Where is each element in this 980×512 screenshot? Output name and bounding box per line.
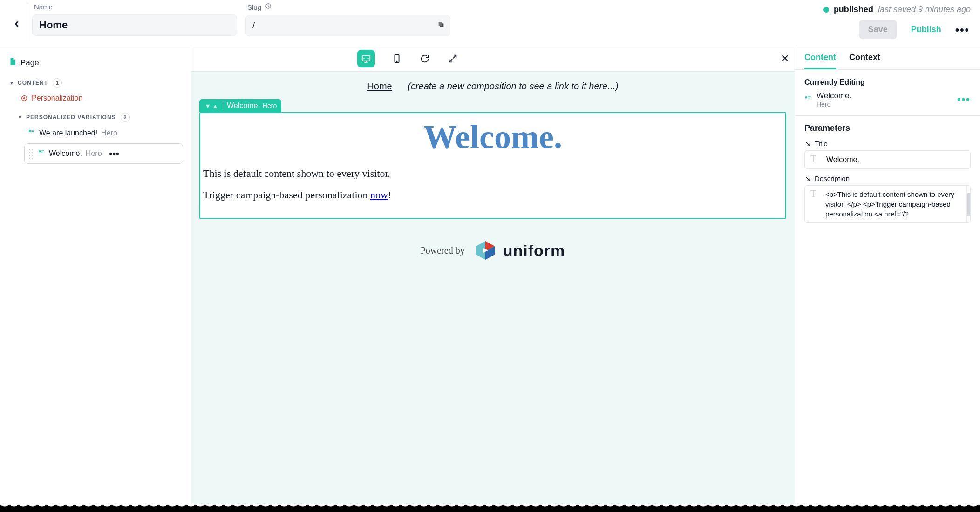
section-content-label: CONTENT (18, 80, 48, 86)
hero-now-link[interactable]: now (370, 189, 388, 201)
svg-rect-22 (808, 98, 810, 98)
close-button[interactable]: ✕ (781, 53, 789, 65)
section-variations-label: PERSONALIZED VARIATIONS (26, 114, 116, 121)
page-icon (8, 57, 17, 68)
param-description-textarea[interactable]: <p>This is default content shown to ever… (822, 186, 966, 222)
tab-content[interactable]: Content (804, 53, 836, 69)
component-icon (804, 95, 812, 104)
more-menu-button[interactable]: ••• (955, 23, 970, 36)
scrollbar[interactable] (966, 186, 970, 222)
slug-field-group: Slug (245, 3, 450, 36)
param-description: Description T <p>This is default content… (804, 175, 971, 223)
personalization-label: Personalization (32, 94, 82, 102)
variation-1-name: We are launched! (39, 129, 97, 137)
header-right: published last saved 9 minutes ago Save … (823, 3, 974, 39)
tag-up-icon[interactable]: ▴ (211, 101, 219, 110)
tab-context[interactable]: Context (849, 53, 880, 69)
component-tag-name: Welcome. (227, 101, 260, 110)
svg-rect-21 (808, 96, 811, 97)
svg-point-15 (396, 61, 397, 62)
tree-section-content[interactable]: ▾ CONTENT 1 (5, 74, 186, 91)
brand-logo: uniform (474, 239, 565, 262)
param-description-label: Description (815, 175, 850, 182)
uniform-logo-icon (474, 239, 497, 262)
header-actions: Save Publish ••• (859, 20, 974, 39)
canvas-stage: Home (create a new composition to see a … (191, 72, 795, 504)
param-title: Title T (804, 140, 971, 169)
tree-section-variations[interactable]: ▾ PERSONALIZED VARIATIONS 2 (5, 109, 186, 126)
variation-2-name: Welcome. (49, 149, 82, 158)
component-icon (38, 149, 45, 158)
chevron-left-icon: ‹ (14, 16, 19, 31)
arrow-bottom-right-icon (804, 141, 811, 147)
variation-item-2-selected[interactable]: Welcome. Hero ••• (24, 143, 183, 164)
variation-item-1[interactable]: We are launched! Hero (5, 126, 186, 141)
inspector-panel: Content Context Currently Editing Welcom… (795, 46, 980, 504)
currently-editing-heading: Currently Editing (804, 78, 971, 87)
variations-count-badge: 2 (121, 113, 130, 122)
divider (28, 3, 28, 41)
name-label: Name (34, 3, 53, 11)
divider (795, 115, 980, 116)
canvas-column: ✕ Home (create a new composition to see … (191, 46, 795, 504)
variation-more-button[interactable]: ••• (109, 149, 120, 159)
param-title-label: Title (815, 140, 828, 148)
variation-2-type: Hero (86, 149, 102, 158)
inspector-tabs: Content Context (795, 46, 980, 70)
currently-editing-card: Welcome. Hero ••• (804, 91, 971, 108)
currently-editing-more-button[interactable]: ••• (957, 94, 971, 106)
canvas-toolbar: ✕ (191, 46, 795, 72)
mobile-view-button[interactable] (391, 53, 403, 65)
publish-button[interactable]: Publish (911, 25, 941, 34)
preview-nav-hint: (create a new composition to see a link … (408, 81, 618, 91)
component-icon (28, 128, 35, 138)
slug-label: Slug (247, 3, 261, 11)
tree-root-page[interactable]: Page (5, 54, 186, 71)
hero-paragraph-1: This is default content shown to every v… (203, 168, 783, 180)
desktop-view-button[interactable] (357, 50, 375, 67)
structure-tree: Page ▾ CONTENT 1 Personalization ▾ PERSO… (0, 46, 191, 504)
svg-rect-8 (31, 130, 34, 130)
torn-edge-decoration (0, 504, 980, 512)
refresh-button[interactable] (419, 53, 431, 65)
preview-nav-home[interactable]: Home (367, 81, 392, 91)
chevron-down-icon: ▾ (19, 114, 21, 121)
arrow-bottom-right-icon (804, 175, 811, 182)
last-saved-text: last saved 9 minutes ago (878, 5, 971, 14)
header-fields: Name Slug (32, 3, 823, 36)
target-icon (20, 94, 28, 102)
back-button[interactable]: ‹ (6, 3, 28, 31)
svg-point-2 (268, 5, 268, 5)
variation-1-type: Hero (101, 129, 117, 137)
powered-by: Powered by uniform (199, 239, 786, 262)
main-layout: Page ▾ CONTENT 1 Personalization ▾ PERSO… (0, 46, 980, 504)
svg-point-6 (23, 97, 25, 99)
svg-rect-4 (439, 22, 442, 26)
name-input[interactable] (32, 14, 237, 36)
chevron-down-icon: ▾ (10, 80, 13, 86)
drag-handle-icon[interactable] (28, 148, 34, 159)
component-tag[interactable]: ▾ ▴ Welcome. Hero (199, 99, 281, 112)
text-type-icon: T (805, 151, 822, 164)
expand-button[interactable] (447, 53, 459, 65)
status-line: published last saved 9 minutes ago (823, 3, 974, 14)
param-title-input[interactable] (822, 151, 970, 168)
svg-rect-13 (362, 56, 370, 61)
info-icon[interactable] (265, 3, 272, 11)
component-tag-type: Hero (263, 102, 277, 109)
hero-component[interactable]: Welcome. This is default content shown t… (199, 112, 786, 219)
hero-title: Welcome. (203, 118, 783, 156)
tree-item-personalization[interactable]: Personalization (5, 91, 186, 105)
slug-input[interactable] (245, 15, 450, 36)
copy-icon[interactable] (437, 21, 445, 30)
brand-wordmark: uniform (503, 242, 565, 260)
tag-down-icon[interactable]: ▾ (204, 101, 211, 110)
parameters-heading: Parameters (804, 123, 971, 133)
save-button[interactable]: Save (859, 20, 897, 39)
tree-root-label: Page (20, 58, 39, 67)
currently-editing-name: Welcome. (817, 91, 851, 101)
currently-editing-type: Hero (817, 101, 851, 108)
preview-nav: Home (create a new composition to see a … (199, 81, 786, 92)
content-count-badge: 1 (53, 78, 62, 88)
svg-rect-12 (41, 152, 43, 152)
